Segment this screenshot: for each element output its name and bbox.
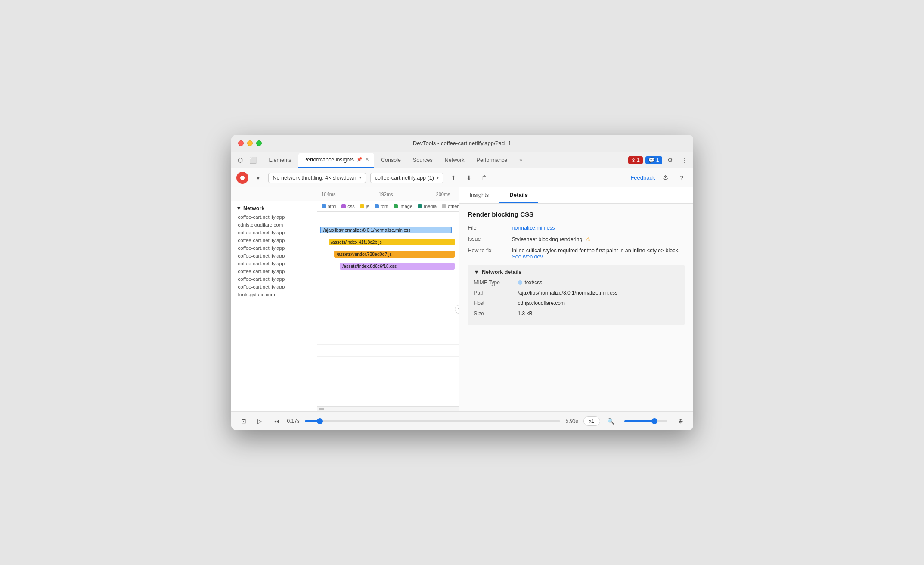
timeline-mark-2: 192ms: [379, 192, 393, 197]
waterfall-row-1[interactable]: /ajax/libs/normalize/8.0.1/normalize.min…: [317, 224, 459, 236]
network-item[interactable]: coffee-cart.netlify.app: [231, 260, 317, 267]
timeline-mark-1: 184ms: [322, 192, 336, 197]
zoom-thumb[interactable]: [651, 418, 657, 424]
tab-elements[interactable]: Elements: [264, 153, 297, 168]
host-value: cdnjs.cloudflare.com: [518, 300, 679, 306]
scrollbar-thumb[interactable]: [319, 408, 324, 410]
upload-icon[interactable]: ⬆: [448, 172, 459, 183]
see-web-dev-link[interactable]: See web.dev.: [512, 254, 544, 260]
warning-icon: ⚠: [586, 236, 591, 242]
tab-details[interactable]: Details: [499, 187, 538, 203]
skip-to-start-icon[interactable]: ⏮: [271, 416, 282, 427]
network-details-header[interactable]: ▼ Network details: [474, 269, 679, 275]
inspect-icon[interactable]: ⬜: [248, 155, 259, 166]
legend-other: other: [442, 204, 459, 209]
css-dot: [341, 204, 346, 208]
timeline-header: 184ms 192ms 200ms: [231, 187, 459, 201]
waterfall-row-2[interactable]: /assets/index.41f18c2b.js: [317, 236, 459, 248]
tab-sources[interactable]: Sources: [408, 153, 438, 168]
dropdown-arrow-icon[interactable]: ▾: [253, 172, 264, 183]
help-icon[interactable]: ?: [676, 172, 688, 184]
error-icon: ⊗: [631, 157, 636, 163]
path-value: /ajax/libs/normalize/8.0.1/normalize.min…: [518, 290, 679, 296]
network-item[interactable]: coffee-cart.netlify.app: [231, 267, 317, 275]
scrubber-track[interactable]: [305, 420, 561, 422]
close-button[interactable]: [238, 140, 244, 146]
settings-icon[interactable]: ⚙: [665, 155, 676, 166]
legend-row: html css js font: [317, 201, 459, 212]
scrubber-thumb[interactable]: [317, 418, 323, 424]
tab-performance[interactable]: Performance: [471, 153, 513, 168]
more-options-icon[interactable]: ⋮: [679, 155, 690, 166]
size-value: 1.3 kB: [518, 310, 679, 317]
network-item[interactable]: coffee-cart.netlify.app: [231, 229, 317, 236]
css-label: css: [347, 204, 355, 209]
how-to-fix-value: Inline critical styles required for the …: [512, 248, 685, 260]
file-value[interactable]: normalize.min.css: [512, 225, 685, 231]
tab-network[interactable]: Network: [440, 153, 470, 168]
host-row: Host cdnjs.cloudflare.com: [474, 300, 679, 306]
waterfall-row-empty-2: [317, 272, 459, 284]
download-icon[interactable]: ⬇: [463, 172, 474, 183]
play-icon[interactable]: ▷: [254, 416, 266, 427]
network-item[interactable]: coffee-cart.netlify.app: [231, 252, 317, 260]
file-label: File: [468, 225, 507, 231]
other-label: other: [448, 204, 459, 209]
tab-console[interactable]: Console: [376, 153, 406, 168]
issue-value: Stylesheet blocking rendering ⚠: [512, 236, 685, 242]
network-item[interactable]: cdnjs.cloudflare.com: [231, 221, 317, 229]
network-item[interactable]: coffee-cart.netlify.app: [231, 283, 317, 291]
close-tab-icon[interactable]: ✕: [365, 157, 369, 162]
horizontal-scrollbar[interactable]: [317, 406, 459, 411]
waterfall-row-empty-6: [317, 320, 459, 332]
network-item[interactable]: coffee-cart.netlify.app: [231, 275, 317, 283]
minimize-button[interactable]: [247, 140, 253, 146]
timeline-marks: 184ms 192ms 200ms: [317, 192, 459, 197]
bottom-bar: ⊡ ▷ ⏮ 0.17s 5.93s x1 🔍 ⊕: [231, 411, 693, 430]
traffic-lights: [238, 140, 262, 146]
tab-insights[interactable]: Insights: [459, 187, 499, 203]
record-button[interactable]: [236, 172, 248, 184]
network-item[interactable]: coffee-cart.netlify.app: [231, 213, 317, 221]
mime-type-label: MIME Type: [474, 279, 513, 286]
network-section-header[interactable]: ▼ Network: [231, 204, 317, 213]
speed-badge[interactable]: x1: [583, 416, 600, 426]
js-label: js: [366, 204, 369, 209]
network-item[interactable]: fonts.gstatic.com: [231, 291, 317, 298]
delete-icon[interactable]: 🗑: [479, 172, 490, 183]
tab-performance-insights[interactable]: Performance insights 📌 ✕: [298, 153, 374, 168]
tab-more[interactable]: »: [514, 153, 527, 168]
error-badge[interactable]: ⊗ 1: [628, 156, 643, 164]
screenshot-icon[interactable]: ⊡: [238, 416, 249, 427]
waterfall-row-4[interactable]: /assets/index.8d6c6f18.css: [317, 260, 459, 272]
network-item[interactable]: coffee-cart.netlify.app: [231, 244, 317, 252]
font-dot: [375, 204, 379, 208]
mime-type-dot: [518, 280, 522, 285]
message-icon: 💬: [648, 157, 655, 163]
nd-chevron-icon: ▼: [474, 269, 479, 275]
throttle-dropdown[interactable]: No network throttling, 4× slowdown ▾: [268, 173, 366, 183]
details-content: Render blocking CSS File normalize.min.c…: [459, 204, 693, 411]
media-label: media: [424, 204, 437, 209]
legend-html: html: [322, 204, 337, 209]
maximize-button[interactable]: [256, 140, 262, 146]
zoom-track[interactable]: [624, 420, 667, 422]
url-chevron-icon: ▾: [437, 175, 439, 180]
title-bar: DevTools - coffee-cart.netlify.app/?ad=1: [231, 135, 693, 152]
message-badge[interactable]: 💬 1: [645, 156, 662, 164]
legend-image: image: [394, 204, 412, 209]
url-dropdown[interactable]: coffee-cart.netlify.app (1) ▾: [370, 173, 443, 183]
cursor-icon[interactable]: ⬡: [235, 155, 246, 166]
mime-type-row: MIME Type text/css: [474, 279, 679, 286]
gear-icon[interactable]: ⚙: [660, 172, 672, 184]
tab-bar-icons: ⬡ ⬜: [235, 155, 259, 166]
size-row: Size 1.3 kB: [474, 310, 679, 317]
zoom-fill: [624, 420, 654, 422]
details-title: Render blocking CSS: [468, 211, 685, 218]
zoom-in-icon[interactable]: ⊕: [675, 416, 686, 427]
zoom-out-icon[interactable]: 🔍: [605, 416, 617, 427]
network-item[interactable]: coffee-cart.netlify.app: [231, 236, 317, 244]
feedback-link[interactable]: Feedback: [630, 174, 655, 181]
waterfall-row-empty-7: [317, 332, 459, 345]
waterfall-row-3[interactable]: /assets/vendor.728ed0d7.js: [317, 248, 459, 260]
